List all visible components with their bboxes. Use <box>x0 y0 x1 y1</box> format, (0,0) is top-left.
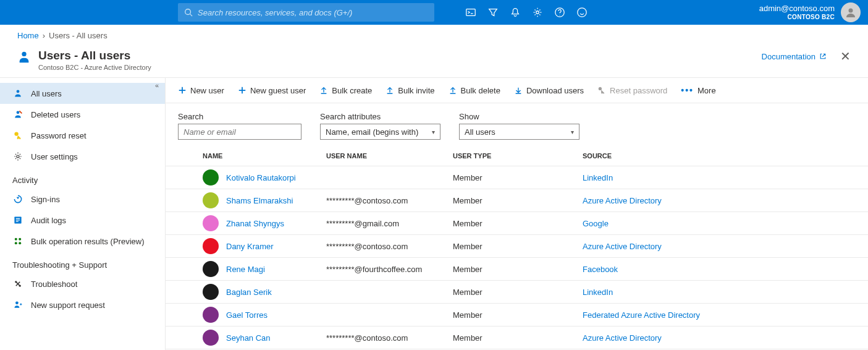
svg-point-6 <box>849 9 853 13</box>
sidebar-item-label: New support request <box>31 301 105 310</box>
table-row[interactable]: Seyhan Can*********@contoso.comMemberAzu… <box>166 327 868 349</box>
user-name-link[interactable]: Seyhan Can <box>226 333 271 343</box>
sidebar-item-label: Deleted users <box>31 110 80 119</box>
svg-line-1 <box>190 14 193 17</box>
sidebar-item-label: Password reset <box>31 131 86 140</box>
user-name-link[interactable]: Rene Magi <box>226 265 265 274</box>
user-name-link[interactable]: Gael Torres <box>226 310 268 320</box>
table-row[interactable]: Zhanat Shyngys*********@gmail.comMemberG… <box>166 212 868 235</box>
user-avatar <box>203 192 219 208</box>
svg-point-18 <box>19 238 21 241</box>
ellipsis-icon: ••• <box>681 85 694 95</box>
show-select[interactable]: All users ▾ <box>459 124 579 140</box>
bulk-create-button[interactable]: Bulk create <box>319 86 372 95</box>
source-link[interactable]: Azure Active Directory <box>583 242 662 251</box>
table-row[interactable]: Gael TorresMemberFederated Azure Active … <box>166 304 868 327</box>
source-link[interactable]: Google <box>583 219 609 228</box>
reset-password-button: Reset password <box>597 86 667 95</box>
account-info[interactable]: admin@contoso.com CONTOSO B2C <box>759 4 835 21</box>
upload-icon <box>386 86 394 95</box>
cloud-shell-icon[interactable] <box>465 7 476 18</box>
sidebar-item-troubleshoot[interactable]: Troubleshoot <box>0 273 165 294</box>
new-guest-user-button[interactable]: New guest user <box>238 86 306 95</box>
svg-rect-2 <box>466 9 475 16</box>
page-subtitle: Contoso B2C - Azure Active Directory <box>38 64 151 71</box>
user-avatar <box>203 330 219 346</box>
settings-icon[interactable] <box>532 7 543 18</box>
bulk-delete-button[interactable]: Bulk delete <box>449 86 500 95</box>
user-avatar <box>203 238 219 254</box>
table-row[interactable]: Dany Kramer*********@contoso.comMemberAz… <box>166 235 868 258</box>
table-row[interactable]: Baglan SerikMemberLinkedIn <box>166 281 868 304</box>
col-usertype-header[interactable]: USER TYPE <box>453 152 583 160</box>
sidebar-item-deleted-users[interactable]: Deleted users <box>0 104 165 125</box>
sidebar-item-bulk-results[interactable]: Bulk operation results (Preview) <box>0 231 165 252</box>
svg-point-12 <box>17 155 19 158</box>
sidebar-item-password-reset[interactable]: Password reset <box>0 125 165 146</box>
bulk-invite-button[interactable]: Bulk invite <box>386 86 434 95</box>
bulk-icon <box>13 236 23 246</box>
source-link[interactable]: LinkedIn <box>583 173 613 182</box>
source-link[interactable]: Azure Active Directory <box>583 196 662 205</box>
source-link[interactable]: Azure Active Directory <box>583 333 662 343</box>
sidebar-item-new-support[interactable]: New support request <box>0 294 165 315</box>
svg-point-11 <box>14 132 18 135</box>
svg-point-9 <box>17 111 20 114</box>
search-attributes-select[interactable]: Name, email (begins with) ▾ <box>320 124 440 140</box>
svg-point-3 <box>536 11 539 14</box>
main-content: New user New guest user Bulk create Bulk… <box>166 78 868 350</box>
top-navbar: Search resources, services, and docs (G+… <box>0 0 868 25</box>
documentation-link[interactable]: Documentation <box>762 52 827 61</box>
sidebar-item-audit-logs[interactable]: Audit logs <box>0 210 165 231</box>
sidebar-item-label: Troubleshoot <box>31 280 77 289</box>
table-row[interactable]: Kotivalo RautakorpiMemberLinkedIn <box>166 166 868 189</box>
download-users-button[interactable]: Download users <box>514 86 584 95</box>
filter-icon[interactable] <box>487 7 499 18</box>
user-name-link[interactable]: Baglan Serik <box>226 288 272 297</box>
table-row[interactable]: Rene Magi*********@fourthcoffee.comMembe… <box>166 258 868 281</box>
collapse-sidebar-button[interactable]: « <box>155 82 159 89</box>
sidebar-item-label: Audit logs <box>31 216 66 225</box>
sidebar-item-sign-ins[interactable]: Sign-ins <box>0 189 165 210</box>
sidebar-item-all-users[interactable]: All users <box>0 83 165 104</box>
usertype-text: Member <box>453 196 482 205</box>
user-name-link[interactable]: Shams Elmarakshi <box>226 196 293 205</box>
key-icon <box>13 130 23 140</box>
source-link[interactable]: LinkedIn <box>583 288 613 297</box>
new-user-button[interactable]: New user <box>178 86 224 95</box>
svg-rect-14 <box>16 218 20 219</box>
col-source-header[interactable]: SOURCE <box>583 152 856 160</box>
col-name-header[interactable]: NAME <box>203 152 326 160</box>
user-name-link[interactable]: Zhanat Shyngys <box>226 219 284 228</box>
source-link[interactable]: Federated Azure Active Directory <box>583 310 700 320</box>
download-icon <box>514 86 523 95</box>
more-button[interactable]: ••• More <box>681 85 715 95</box>
search-input[interactable] <box>178 124 301 140</box>
user-name-link[interactable]: Kotivalo Rautakorpi <box>226 173 296 182</box>
user-avatar <box>203 215 219 231</box>
users-blade-icon <box>17 50 31 64</box>
username-text: *********@contoso.com <box>326 196 408 205</box>
global-search[interactable]: Search resources, services, and docs (G+… <box>178 3 434 22</box>
sidebar-item-user-settings[interactable]: User settings <box>0 146 165 167</box>
sidebar-item-label: User settings <box>31 152 78 161</box>
user-avatar <box>203 307 219 323</box>
source-link[interactable]: Facebook <box>583 265 618 274</box>
blade-header: Users - All users Contoso B2C - Azure Ac… <box>0 46 868 77</box>
sidebar: « All users Deleted users Password reset… <box>0 78 166 350</box>
table-row[interactable]: Shams Elmarakshi*********@contoso.comMem… <box>166 189 868 212</box>
account-avatar[interactable] <box>841 2 861 22</box>
sidebar-item-label: Bulk operation results (Preview) <box>31 237 145 246</box>
gear-icon <box>13 152 23 161</box>
username-text: *********@gmail.com <box>326 219 399 228</box>
usertype-text: Member <box>453 288 482 297</box>
breadcrumb-home[interactable]: Home <box>17 31 39 40</box>
user-name-link[interactable]: Dany Kramer <box>226 242 274 251</box>
feedback-icon[interactable] <box>576 7 588 18</box>
usertype-text: Member <box>453 265 482 274</box>
notifications-icon[interactable] <box>510 7 521 18</box>
help-icon[interactable] <box>554 7 565 18</box>
col-username-header[interactable]: USER NAME <box>326 152 453 160</box>
close-blade-button[interactable]: ✕ <box>840 49 851 64</box>
svg-point-20 <box>19 242 21 244</box>
